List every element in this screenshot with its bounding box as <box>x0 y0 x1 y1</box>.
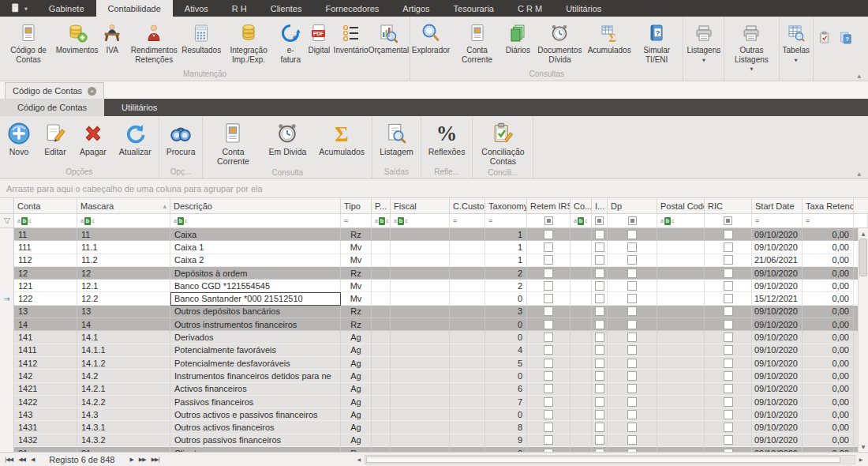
cell-c-custo[interactable] <box>450 421 485 434</box>
cell-descricao[interactable]: Caixa <box>170 228 341 241</box>
cell-dp[interactable] <box>608 408 657 421</box>
cell-dp[interactable] <box>608 241 657 254</box>
first-record-button[interactable]: |◀◀ <box>5 457 13 463</box>
column-header-c-custo[interactable]: C.Custo <box>450 198 485 214</box>
cell-tipo[interactable]: Rz <box>341 306 372 318</box>
next-page-button[interactable]: ▶▶ <box>139 457 146 463</box>
column-header-p[interactable]: P... <box>372 198 391 214</box>
cell-conta[interactable]: 21 <box>14 447 77 452</box>
row-checkbox[interactable] <box>544 230 553 239</box>
cell-postal-code[interactable] <box>657 318 705 331</box>
row-checkbox[interactable] <box>724 449 733 452</box>
row-checkbox[interactable] <box>627 320 637 329</box>
checkbox-filter[interactable] <box>628 216 637 225</box>
e-fatura-button[interactable]: ee-fatura <box>276 19 305 66</box>
cell-co[interactable] <box>571 383 592 396</box>
row-indicator[interactable] <box>0 396 14 408</box>
table-row[interactable]: 14214.2Instrumentos financeiros detidos … <box>0 370 868 382</box>
cell-taxonomy[interactable]: 3 <box>485 306 527 318</box>
cell-ric[interactable] <box>705 370 752 382</box>
cell-ric[interactable] <box>705 318 752 331</box>
cell-conta[interactable]: 141 <box>14 331 77 344</box>
row-checkbox[interactable] <box>544 281 553 291</box>
cell-fiscal[interactable] <box>391 344 450 357</box>
cell-descricao[interactable]: Caixa 1 <box>170 241 341 254</box>
cell-start-date[interactable]: 09/10/2020 <box>752 357 803 370</box>
column-header-co[interactable]: Co... <box>571 198 592 214</box>
cell-mascara[interactable]: 12 <box>77 267 170 280</box>
cell-start-date[interactable]: 09/10/2020 <box>752 241 803 254</box>
cell-descricao[interactable]: Activos financeiros <box>170 383 341 396</box>
table-row[interactable]: 141214.1.2Potencialmente desfavoráveisAg… <box>0 357 868 370</box>
cell-co[interactable] <box>571 434 592 447</box>
cell-conta[interactable]: 11 <box>14 228 77 241</box>
cell-start-date[interactable]: 09/10/2020 <box>752 408 803 421</box>
filter-cell-ric[interactable] <box>705 214 752 228</box>
filter-cell-conta[interactable]: abc <box>14 214 77 228</box>
row-checkbox[interactable] <box>595 306 604 316</box>
cell-start-date[interactable]: 09/10/2020 <box>752 370 803 382</box>
cell-i[interactable] <box>592 306 608 318</box>
conta-corrente-button[interactable]: Conta Corrente <box>451 19 504 66</box>
table-row[interactable]: 1414Outros instrumentos financeirosRz009… <box>0 318 868 331</box>
filter-cell-dp[interactable] <box>608 214 657 228</box>
resultados-button[interactable]: Resultados <box>181 19 221 57</box>
cell-dp[interactable] <box>608 254 657 267</box>
cell-p[interactable] <box>372 408 391 421</box>
close-tab-icon[interactable]: × <box>88 87 96 96</box>
row-checkbox[interactable] <box>595 281 604 291</box>
cell-c-custo[interactable] <box>450 396 485 408</box>
cell-retem-irs[interactable] <box>527 306 571 318</box>
cell-p[interactable] <box>372 344 391 357</box>
cell-tipo[interactable]: Ag <box>341 434 372 447</box>
cell-i[interactable] <box>592 292 608 305</box>
cell-i[interactable] <box>592 447 608 452</box>
cell-taxa-retencao[interactable]: 0,00 <box>803 267 854 280</box>
column-header-descricao[interactable]: Descrição <box>170 198 341 214</box>
cell-start-date[interactable]: 15/12/2021 <box>752 292 803 305</box>
cell-taxonomy[interactable]: 9 <box>485 434 527 447</box>
cell-descricao[interactable]: Outros passivos financeiros <box>170 434 341 447</box>
cell-conta[interactable]: 143 <box>14 408 77 421</box>
menu-item-utilitarios[interactable]: Utilitários <box>554 0 613 17</box>
cell-c-custo[interactable] <box>450 228 485 241</box>
cell-mascara[interactable]: 12.1 <box>77 280 170 292</box>
cell-fiscal[interactable] <box>391 228 450 241</box>
cell-taxonomy[interactable]: 4 <box>485 344 527 357</box>
cell-p[interactable] <box>372 421 391 434</box>
row-checkbox[interactable] <box>544 269 553 278</box>
cell-conta[interactable]: 12 <box>14 267 77 280</box>
checkbox-filter[interactable] <box>595 216 604 225</box>
cell-ric[interactable] <box>705 331 752 344</box>
cell-p[interactable] <box>372 318 391 331</box>
cell-c-custo[interactable] <box>450 331 485 344</box>
cell-co[interactable] <box>571 228 592 241</box>
cell-retem-irs[interactable] <box>527 292 571 305</box>
cell-fiscal[interactable] <box>391 408 450 421</box>
row-indicator[interactable] <box>0 447 14 452</box>
row-checkbox[interactable] <box>724 230 733 239</box>
cell-retem-irs[interactable] <box>527 357 571 370</box>
table-row[interactable]: 142214.2.2Passivos financeirosAg709/10/2… <box>0 396 868 408</box>
menu-item-c-r-m[interactable]: C R M <box>506 0 554 17</box>
row-checkbox[interactable] <box>627 306 637 316</box>
cell-postal-code[interactable] <box>657 383 705 396</box>
cell-dp[interactable] <box>608 383 657 396</box>
row-checkbox[interactable] <box>544 397 553 407</box>
last-record-button[interactable]: ▶▶| <box>152 457 159 463</box>
grid-horizontal-scrollbar[interactable]: ◀▶ <box>354 454 866 465</box>
row-checkbox[interactable] <box>627 384 637 393</box>
row-checkbox[interactable] <box>544 384 553 393</box>
explorador-button[interactable]: Explorador <box>411 19 451 57</box>
cell-ric[interactable] <box>705 267 752 280</box>
row-checkbox[interactable] <box>544 345 553 355</box>
cell-postal-code[interactable] <box>657 306 705 318</box>
table-row[interactable]: 2121ClientesRz009/10/20200,00 <box>0 447 868 452</box>
cell-dp[interactable] <box>608 396 657 408</box>
cell-fiscal[interactable] <box>391 292 450 305</box>
cell-tipo[interactable]: Ag <box>341 331 372 344</box>
cell-taxonomy[interactable]: 1 <box>485 241 527 254</box>
row-checkbox[interactable] <box>595 384 604 393</box>
table-row[interactable]: 12112.1Banco CGD *121554545Mv209/10/2020… <box>0 280 868 292</box>
cell-taxa-retencao[interactable]: 0,00 <box>803 408 854 421</box>
